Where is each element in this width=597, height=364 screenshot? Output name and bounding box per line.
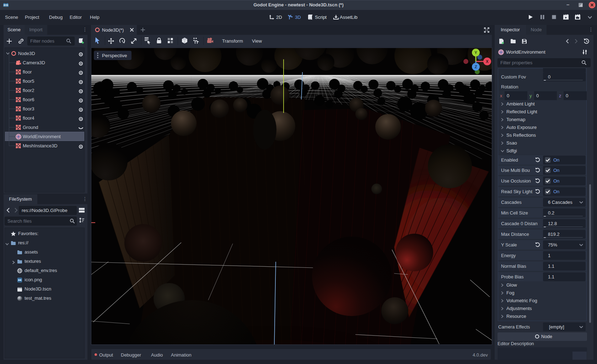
svg-text:Perspective: Perspective — [102, 53, 127, 58]
svg-text:X: X — [486, 59, 489, 64]
svg-text:Z: Z — [475, 65, 477, 69]
svg-text:Y: Y — [474, 50, 477, 55]
